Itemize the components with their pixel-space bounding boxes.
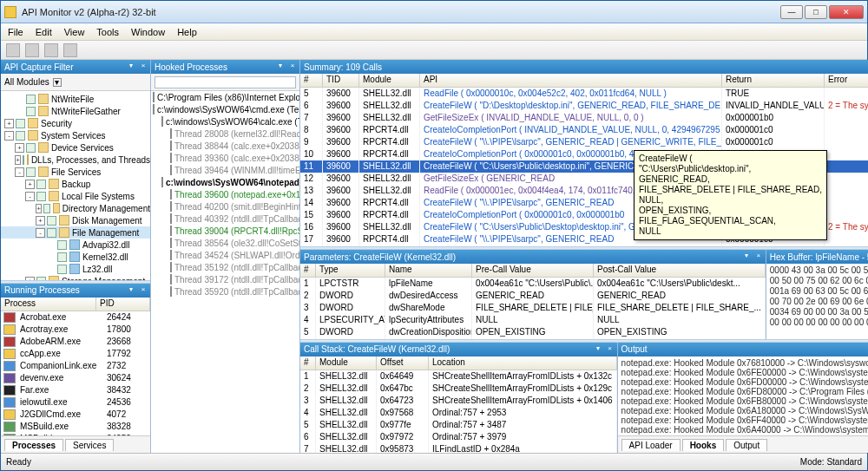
hooked-process[interactable]: C:\Program Files (x86)\Internet Explore xyxy=(151,91,299,103)
hooked-thread[interactable]: Thread 40392 (ntdll.dll!TpCallbacl xyxy=(151,213,299,225)
col-process[interactable]: Process xyxy=(1,298,96,311)
menu-help[interactable]: Help xyxy=(177,27,197,37)
col-post[interactable]: Post-Call Value xyxy=(594,264,766,277)
process-row[interactable]: MSBuild.exe38328 xyxy=(1,421,150,433)
col-error[interactable]: Error xyxy=(825,74,868,87)
checkbox[interactable] xyxy=(26,95,36,104)
expander-icon[interactable]: - xyxy=(4,131,14,141)
summary-row[interactable]: 939600RPCRT4.dllCreateFileW ( "\\.\PIPE\… xyxy=(300,136,868,148)
param-row[interactable]: 3DWORDdwShareModeFILE_SHARE_DELETE | FIL… xyxy=(300,302,766,314)
tab-services[interactable]: Services xyxy=(65,439,114,451)
stack-row[interactable]: 7SHELL32.dll0x95873ILFindLastID + 0x284a xyxy=(300,443,617,453)
expander-icon[interactable]: - xyxy=(15,167,24,177)
checkbox[interactable] xyxy=(36,192,46,201)
checkbox[interactable] xyxy=(47,216,56,226)
api-filter-tree[interactable]: NtWriteFileNtWriteFileGather+Security-Sy… xyxy=(1,91,150,280)
tree-item[interactable]: +Directory Management xyxy=(1,202,150,214)
summary-row[interactable]: 739600SHELL32.dllGetFileSizeEx ( INVALID… xyxy=(300,112,868,124)
stack-row[interactable]: 4SHELL32.dll0x97568Ordinal:757 + 2953 xyxy=(300,407,617,419)
col-offset[interactable]: Offset xyxy=(377,357,429,370)
pin-icon[interactable]: ▾ xyxy=(126,61,136,71)
process-list[interactable]: Acrobat.exe26424Acrotray.exe17800AdobeAR… xyxy=(1,311,150,435)
expander-icon[interactable]: - xyxy=(25,192,35,201)
expander-icon[interactable]: + xyxy=(36,216,45,226)
hooked-process[interactable]: c:\windows\SysWOW64\cmd.exe (Term xyxy=(151,103,299,115)
expander-icon[interactable]: + xyxy=(15,143,24,153)
tree-item[interactable]: +Backup xyxy=(1,178,150,190)
tool-1[interactable] xyxy=(6,43,20,57)
process-row[interactable]: ielowutil.exe24536 xyxy=(1,396,150,409)
checkbox[interactable] xyxy=(57,252,67,262)
checkbox[interactable] xyxy=(43,204,49,213)
param-row[interactable]: 1LPCTSTRlpFileName0x004ea61c "C:\Users\P… xyxy=(300,278,766,290)
tree-item[interactable]: Lz32.dll xyxy=(1,263,150,275)
param-row[interactable]: 4LPSECURITY_AT...lpSecurityAttributesNUL… xyxy=(300,314,766,326)
close-icon[interactable]: × xyxy=(753,251,764,261)
hooked-thread[interactable]: Thread 39464 (WINMM.dll!timeEndP xyxy=(151,164,299,176)
hooked-thread[interactable]: Thread 28008 (kernel32.dll!ReadFile xyxy=(151,128,299,140)
hooked-thread[interactable]: Thread 34524 (SHLWAPI.dll!Ordinal xyxy=(151,249,299,261)
checkbox[interactable] xyxy=(57,240,67,250)
tree-item[interactable]: -File Management xyxy=(1,226,150,239)
col-name[interactable]: Name xyxy=(385,264,472,277)
close-icon[interactable]: × xyxy=(605,343,615,354)
tree-item[interactable]: Advapi32.dll xyxy=(1,239,150,251)
col-api[interactable]: API xyxy=(420,74,722,87)
stack-row[interactable]: 3SHELL32.dll0x64723SHCreateShellItemArra… xyxy=(300,395,617,407)
hooked-thread[interactable]: Thread 38844 (calc.exe+0x2038) xyxy=(151,140,299,152)
col-tid[interactable]: TID xyxy=(323,74,359,87)
tool-4[interactable] xyxy=(63,43,77,57)
process-row[interactable]: Acrobat.exe26424 xyxy=(1,311,150,324)
menu-view[interactable]: View xyxy=(64,27,85,37)
tree-item[interactable]: -System Services xyxy=(1,129,150,141)
col-module[interactable]: Module xyxy=(359,74,420,87)
maximize-button[interactable]: □ xyxy=(805,5,827,19)
stack-row[interactable]: 1SHELL32.dll0x64649SHCreateShellItemArra… xyxy=(300,370,617,383)
checkbox[interactable] xyxy=(36,180,46,189)
hooked-filter-input[interactable] xyxy=(155,76,296,88)
hooked-process[interactable]: c:\windows\SysWOW64\calc.exe (Term xyxy=(151,115,299,128)
tab-hooks[interactable]: Hooks xyxy=(682,439,725,451)
tree-item[interactable]: +Security xyxy=(1,117,150,129)
param-row[interactable]: 5DWORDdwCreationDispositionOPEN_EXISTING… xyxy=(300,326,766,338)
param-row[interactable]: 2DWORDdwDesiredAccessGENERIC_READGENERIC… xyxy=(300,290,766,302)
pin-icon[interactable]: ▾ xyxy=(275,61,286,71)
summary-row[interactable]: 1839600RPCRT4.dllCreateIoCompletionPort … xyxy=(300,245,868,246)
summary-row[interactable]: 539600SHELL32.dllReadFile ( 0x0000010c, … xyxy=(300,88,868,100)
hooked-thread[interactable]: Thread 40200 (smit.dll!BeginHint xyxy=(151,200,299,213)
tree-item[interactable]: NtWriteFile xyxy=(1,93,150,105)
tab-processes[interactable]: Processes xyxy=(4,439,63,451)
minimize-button[interactable]: — xyxy=(780,5,803,19)
chevron-down-icon[interactable]: ▾ xyxy=(53,78,62,87)
hooked-thread[interactable]: Thread 39360 (calc.exe+0x2038) xyxy=(151,152,299,164)
close-icon[interactable]: × xyxy=(138,285,148,295)
process-row[interactable]: Acrotray.exe17800 xyxy=(1,324,150,336)
expander-icon[interactable]: - xyxy=(36,228,45,238)
hooked-thread[interactable]: Thread 35920 (ntdll.dll!TpCallback xyxy=(151,285,299,298)
pin-icon[interactable]: ▾ xyxy=(126,285,136,295)
hooked-thread[interactable]: Thread 38564 (ole32.dll!CoSetState xyxy=(151,237,299,249)
checkbox[interactable] xyxy=(16,119,25,128)
tree-item[interactable]: +Disk Management xyxy=(1,214,150,226)
col-pid[interactable]: PID xyxy=(96,298,150,311)
col-type[interactable]: Type xyxy=(316,264,385,277)
tree-item[interactable]: NtWriteFileGather xyxy=(1,105,150,117)
expander-icon[interactable]: + xyxy=(4,119,14,128)
expander-icon[interactable]: + xyxy=(15,155,21,165)
tool-2[interactable] xyxy=(25,43,39,57)
menu-window[interactable]: Window xyxy=(131,27,165,37)
menu-file[interactable]: File xyxy=(8,27,23,37)
expander-icon[interactable]: + xyxy=(25,180,35,189)
process-row[interactable]: ccApp.exe17792 xyxy=(1,348,150,360)
close-icon[interactable]: × xyxy=(287,61,298,71)
col-location[interactable]: Location xyxy=(429,357,617,370)
stack-list[interactable]: 1SHELL32.dll0x64649SHCreateShellItemArra… xyxy=(300,370,617,453)
pin-icon[interactable]: ▾ xyxy=(593,343,603,354)
tab-apiloader[interactable]: API Loader xyxy=(621,439,681,451)
close-icon[interactable]: × xyxy=(138,61,148,71)
hooked-thread[interactable]: Thread 39172 (ntdll.dll!TpCallback xyxy=(151,273,299,285)
output-log[interactable]: notepad.exe: Hooked Module 0x76810000 ->… xyxy=(618,357,868,435)
params-list[interactable]: 1LPCTSTRlpFileName0x004ea61c "C:\Users\P… xyxy=(300,278,766,339)
pin-icon[interactable]: ▾ xyxy=(741,251,752,261)
process-row[interactable]: Far.exe38432 xyxy=(1,384,150,396)
